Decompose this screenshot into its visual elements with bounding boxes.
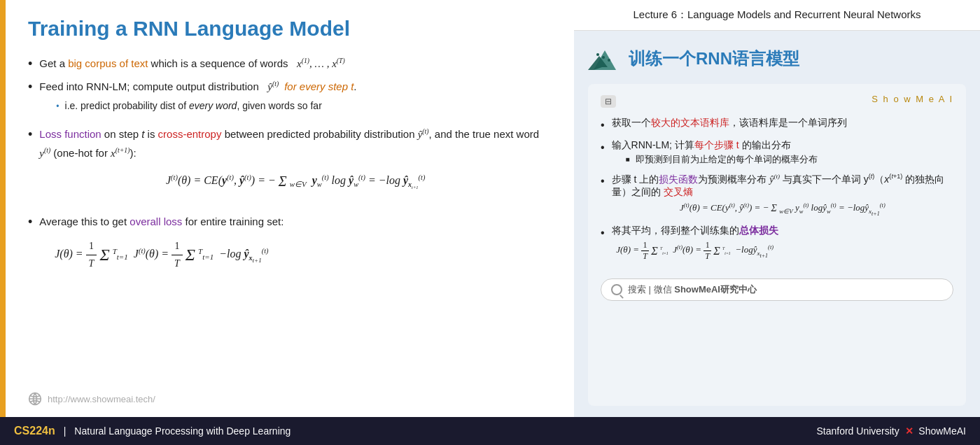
bottom-left: CS224n | Natural Language Processing wit… (14, 425, 290, 437)
formula-block-1: J(t)(θ) = CE(y(t), ŷ(t)) = − Σ w∈V yw(t)… (39, 169, 552, 193)
bullet-item-2: Feed into RNN-LM; compute output distrib… (28, 78, 552, 115)
cn-bullet-4-content: 将其平均，得到整个训练集的总体损失 J(θ) = 1 T Σ Tt= (612, 225, 778, 264)
cn-title: 训练一个RNN语言模型 (629, 48, 799, 70)
cn-bullet-2-content: 输入RNN-LM; 计算每个步骤 t 的输出分布 即预测到目前为止给定的每个单词… (612, 139, 818, 167)
sub-bullet-item: i.e. predict probability dist of every w… (56, 98, 356, 115)
right-header: Lecture 6：Language Models and Recurrent … (574, 0, 980, 31)
svg-point-3 (596, 53, 599, 56)
right-body: 训练一个RNN语言模型 ⊟ S h o w M e A I 获取一个较大的文本语… (574, 31, 980, 417)
main-bullet-list: Get a big corpus of text which is a sequ… (28, 55, 552, 285)
globe-icon (28, 392, 42, 406)
divider: | (64, 425, 66, 437)
highlight-corpus: big corpus of text (68, 57, 148, 69)
formula-block-2: J(θ) = 1 T Σ Tt=1 J(t)(θ) = 1 (39, 238, 284, 272)
website-footer: http://www.showmeai.tech/ (28, 392, 552, 406)
loss-function-label: Loss function (39, 128, 101, 140)
cn-sub-item: 即预测到目前为止给定的每个单词的概率分布 (626, 153, 818, 166)
cn-title-row: 训练一个RNN语言模型 (588, 42, 966, 76)
bullet-item-4: Average this to get overall loss for ent… (28, 213, 552, 281)
math-sequence: x(1), … , x(T) (297, 58, 345, 69)
course-code: CS224n (14, 425, 55, 437)
right-card: ⊟ S h o w M e A I 获取一个较大的文本语料库，该语料库是一个单词… (588, 84, 966, 406)
math-yhat: ŷ(t) (267, 81, 281, 92)
content-area: Training a RNN Language Model Get a big … (0, 0, 980, 417)
cn-highlight-loss: 损失函数 (659, 174, 698, 185)
math-x-t1: x(t+1) (111, 148, 130, 159)
cn-sub-list: 即预测到目前为止给定的每个单词的概率分布 (612, 153, 818, 166)
for-every-step: for every step t (284, 80, 354, 92)
bullet-item-3: Loss function on step t is cross-entropy… (28, 125, 552, 203)
cn-math-yhat: ŷ(t) (769, 174, 780, 185)
cn-bullet-4-text: 将其平均，得到整个训练集的总体损失 (612, 225, 778, 236)
overall-loss-label: overall loss (130, 216, 182, 227)
robot-icon: ⊟ (601, 95, 616, 108)
main-container: Training a RNN Language Model Get a big … (0, 0, 980, 445)
search-text: 搜索 | 微信 ShowMeAI研究中心 (628, 283, 757, 296)
cn-highlight-steps: 每个步骤 t (694, 139, 739, 150)
right-panel: Lecture 6：Language Models and Recurrent … (574, 0, 980, 417)
cn-formula-block-2: J(θ) = 1 T Σ Tt=1 J(t)(θ) = (612, 240, 778, 262)
lecture-title: Lecture 6：Language Models and Recurrent … (633, 8, 920, 20)
svg-point-4 (602, 56, 605, 59)
bullet-4-content: Average this to get overall loss for ent… (39, 213, 284, 281)
cn-bullet-list: 获取一个较大的文本语料库，该语料库是一个单词序列 输入RNN-LM; 计算每个步… (601, 117, 953, 270)
slide-title: Training a RNN Language Model (28, 17, 552, 41)
cn-sub-text: 即预测到目前为止给定的每个单词的概率分布 (636, 153, 818, 166)
bottom-right: Stanford University ✕ ShowMeAI (816, 425, 966, 437)
showmeai-name: ShowMeAI (918, 425, 966, 437)
bullet-3-text: Loss function on step t is cross-entropy… (39, 128, 545, 159)
bullet-2-content: Feed into RNN-LM; compute output distrib… (39, 78, 356, 115)
cn-bullet-3-text: 步骤 t 上的损失函数为预测概率分布 ŷ(t) 与真实下一个单词 y(t)（x(… (612, 174, 945, 197)
website-url: http://www.showmeai.tech/ (48, 394, 155, 404)
cn-bullet-2-text: 输入RNN-LM; 计算每个步骤 t 的输出分布 (612, 139, 791, 150)
rnn-icon (588, 42, 622, 76)
svg-point-5 (608, 59, 610, 62)
bottom-bar: CS224n | Natural Language Processing wit… (0, 417, 980, 445)
sub-bullet-list: i.e. predict probability dist of every w… (39, 98, 356, 115)
sub-bullet-text: i.e. predict probability dist of every w… (65, 98, 322, 115)
cn-bullet-2: 输入RNN-LM; 计算每个步骤 t 的输出分布 即预测到目前为止给定的每个单词… (601, 139, 953, 167)
left-panel: Training a RNN Language Model Get a big … (0, 0, 574, 417)
every-word: every word (189, 100, 237, 111)
bullet-3-content: Loss function on step t is cross-entropy… (39, 125, 552, 203)
cn-highlight-overall: 总体损失 (739, 225, 778, 236)
x-mark: ✕ (905, 425, 913, 437)
showmeai-label: S h o w M e A I (872, 94, 953, 104)
math-y-t: y(t) (39, 148, 50, 159)
cn-bullet-4: 将其平均，得到整个训练集的总体损失 J(θ) = 1 T Σ Tt= (601, 225, 953, 264)
cn-highlight-ce: 交叉熵 (664, 186, 693, 197)
university-name: Stanford University (816, 425, 899, 437)
formula-2: J(θ) = 1 T Σ Tt=1 J(t)(θ) = 1 (55, 248, 268, 260)
search-icon (611, 284, 622, 295)
formula-1: J(t)(θ) = CE(y(t), ŷ(t)) = − Σ w∈V yw(t)… (166, 174, 425, 186)
search-bar[interactable]: 搜索 | 微信 ShowMeAI研究中心 (601, 278, 953, 301)
course-name: Natural Language Processing with Deep Le… (74, 425, 290, 437)
cn-bullet-3: 步骤 t 上的损失函数为预测概率分布 ŷ(t) 与真实下一个单词 y(t)（x(… (601, 173, 953, 219)
cn-highlight-corpus: 较大的文本语料库 (651, 117, 729, 128)
cn-bullet-1-text: 获取一个较大的文本语料库，该语料库是一个单词序列 (612, 117, 847, 129)
bullet-2-text: Feed into RNN-LM; compute output distrib… (39, 80, 356, 92)
cross-entropy-label: cross-entropy (158, 128, 222, 140)
showmeai-brand: ShowMeAI研究中心 (674, 284, 757, 295)
cn-bullet-3-content: 步骤 t 上的损失函数为预测概率分布 ŷ(t) 与真实下一个单词 y(t)（x(… (612, 173, 953, 219)
bullet-item-1: Get a big corpus of text which is a sequ… (28, 55, 552, 73)
cn-formula-block-1: J(t)(θ) = CE(y(t), ŷ(t)) = − Σ w∈V yw(t)… (612, 202, 953, 217)
bullet-4-text: Average this to get overall loss for ent… (39, 216, 284, 227)
cn-bullet-1: 获取一个较大的文本语料库，该语料库是一个单词序列 (601, 117, 953, 134)
math-yhat-t: ŷ(t) (418, 129, 429, 140)
bullet-1-text: Get a big corpus of text which is a sequ… (39, 55, 344, 73)
